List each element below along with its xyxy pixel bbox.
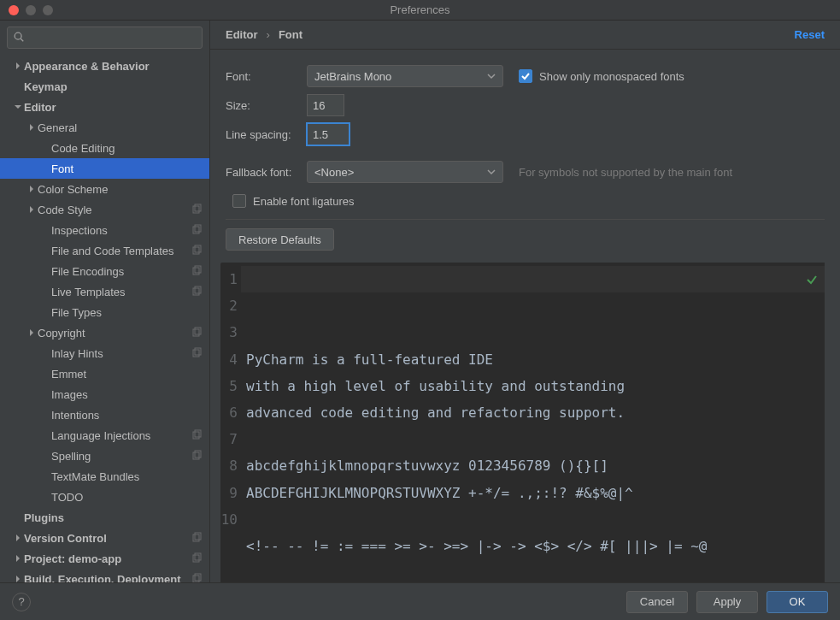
fallback-hint: For symbols not supported by the main fo… [519, 166, 732, 179]
size-input[interactable] [307, 94, 344, 116]
svg-rect-2 [193, 206, 199, 213]
expand-arrow-icon[interactable] [26, 121, 38, 133]
svg-rect-6 [193, 247, 199, 254]
arrow-placeholder [39, 286, 51, 298]
tree-item[interactable]: General [0, 117, 209, 138]
size-label: Size: [226, 99, 307, 112]
fallback-font-label: Fallback font: [226, 166, 307, 179]
tree-item[interactable]: File Encodings [0, 261, 209, 281]
expand-arrow-icon[interactable] [26, 183, 38, 195]
preview-line: <!-- -- != := === >= >- >=> |-> -> <$> <… [246, 533, 818, 559]
tree-item[interactable]: Copyright [0, 322, 209, 343]
expand-arrow-icon[interactable] [12, 552, 24, 564]
ok-button[interactable]: OK [767, 591, 828, 613]
restore-defaults-button[interactable]: Restore Defaults [226, 228, 334, 251]
per-project-icon [191, 573, 203, 582]
per-project-icon [191, 204, 203, 216]
per-project-icon [191, 327, 203, 339]
ligatures-checkbox[interactable] [232, 194, 246, 208]
search-box[interactable] [7, 27, 203, 49]
tree-item[interactable]: Inlay Hints [0, 343, 209, 363]
tree-item[interactable]: Plugins [0, 507, 209, 528]
tree-item[interactable]: Project: demo-app [0, 548, 209, 569]
tree-item[interactable]: Build, Execution, Deployment [0, 569, 209, 582]
tree-item[interactable]: Language Injections [0, 425, 209, 446]
line-spacing-label: Line spacing: [226, 128, 307, 141]
arrow-placeholder [39, 306, 51, 318]
mono-checkbox[interactable] [519, 69, 532, 83]
svg-rect-17 [195, 430, 201, 437]
per-project-icon [191, 429, 203, 441]
preview-line: advanced code editing and refactoring su… [246, 399, 818, 426]
line-number: 5 [220, 373, 238, 399]
cancel-button[interactable]: Cancel [626, 591, 688, 613]
expand-arrow-icon[interactable] [12, 60, 24, 72]
tree-item[interactable]: Code Editing [0, 138, 209, 158]
per-project-icon [191, 286, 203, 298]
expand-arrow-icon[interactable] [12, 101, 24, 113]
tree-item-label: Editor [24, 101, 203, 114]
expand-arrow-icon[interactable] [12, 573, 24, 582]
tree-item[interactable]: Images [0, 384, 209, 404]
expand-arrow-icon[interactable] [12, 532, 24, 544]
tree-item[interactable]: Spelling [0, 446, 209, 466]
tree-item-label: File Encodings [51, 265, 191, 278]
tree-item[interactable]: Color Scheme [0, 179, 209, 199]
per-project-icon [191, 450, 203, 462]
help-button[interactable]: ? [12, 593, 31, 611]
restore-defaults-label: Restore Defaults [238, 233, 321, 246]
apply-button[interactable]: Apply [696, 591, 758, 613]
svg-point-0 [15, 32, 21, 39]
tree-item[interactable]: Editor [0, 97, 209, 117]
tree-item-label: Images [51, 388, 203, 401]
search-input[interactable] [28, 32, 197, 44]
tree-item[interactable]: Emmet [0, 363, 209, 384]
svg-rect-22 [193, 555, 199, 562]
line-spacing-input[interactable] [307, 123, 350, 145]
svg-rect-19 [195, 451, 201, 458]
tree-item[interactable]: Font [0, 158, 209, 179]
preview-line [246, 506, 818, 533]
tree-item-label: TODO [51, 491, 203, 504]
reset-link[interactable]: Reset [795, 28, 825, 41]
tree-item-label: Font [51, 162, 203, 175]
tree-item[interactable]: Keymap [0, 76, 209, 97]
svg-rect-3 [195, 204, 201, 211]
breadcrumb-root[interactable]: Editor [226, 28, 258, 41]
cancel-label: Cancel [640, 595, 674, 608]
arrow-placeholder [39, 265, 51, 277]
svg-rect-11 [195, 286, 201, 293]
tree-item-label: Plugins [24, 511, 203, 524]
tree-item[interactable]: Inspections [0, 220, 209, 240]
tree-item-label: Version Control [24, 532, 191, 545]
tree-item-label: Spelling [51, 450, 191, 463]
tree-item[interactable]: File Types [0, 302, 209, 322]
titlebar: Preferences [0, 0, 840, 21]
arrow-placeholder [39, 347, 51, 359]
tree-item[interactable]: Live Templates [0, 281, 209, 302]
tree-item[interactable]: Version Control [0, 528, 209, 548]
tree-item-label: Build, Execution, Deployment [24, 573, 191, 583]
check-icon [806, 268, 818, 294]
expand-arrow-icon[interactable] [26, 327, 38, 339]
tree-item-label: Language Injections [51, 429, 191, 442]
fallback-font-select[interactable]: <None> [307, 161, 503, 183]
preview-line: PyCharm is a full-featured IDE [246, 346, 818, 373]
tree-item[interactable]: File and Code Templates [0, 240, 209, 261]
tree-item-label: Keymap [24, 80, 203, 93]
preview-line: ABCDEFGHIJKLMNOPQRSTUVWXYZ +-*/= .,;:!? … [246, 480, 818, 506]
tree-item[interactable]: TODO [0, 487, 209, 507]
settings-tree[interactable]: Appearance & BehaviorKeymapEditorGeneral… [0, 54, 209, 582]
tree-item[interactable]: Intentions [0, 404, 209, 425]
tree-item[interactable]: Appearance & Behavior [0, 56, 209, 76]
tree-item[interactable]: Code Style [0, 199, 209, 220]
tree-item-label: Emmet [51, 368, 203, 381]
font-settings-form: Font: JetBrains Mono Show only monospace… [210, 50, 840, 251]
per-project-icon [191, 245, 203, 257]
expand-arrow-icon[interactable] [26, 204, 38, 216]
tree-item[interactable]: TextMate Bundles [0, 466, 209, 487]
line-number: 2 [220, 292, 238, 319]
svg-rect-5 [195, 225, 201, 232]
tree-item-label: Project: demo-app [24, 552, 191, 565]
font-select[interactable]: JetBrains Mono [307, 65, 503, 87]
